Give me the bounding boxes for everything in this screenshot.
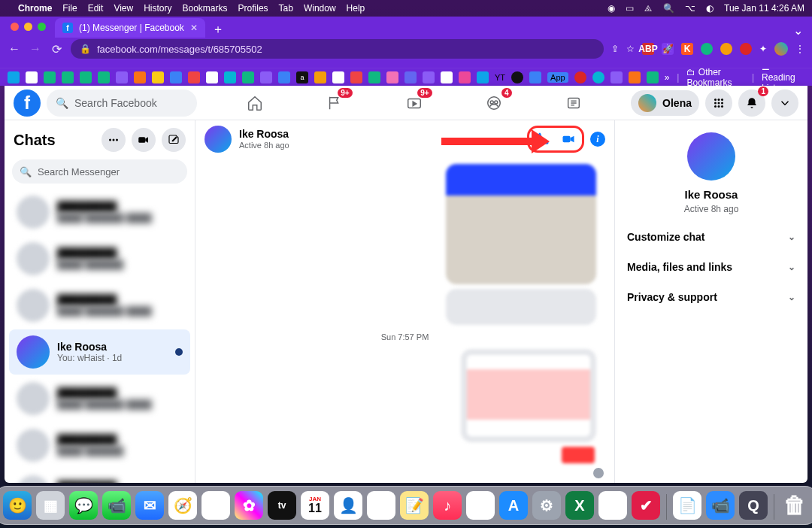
- reload-button[interactable]: ⟳: [50, 42, 63, 56]
- bookmark-icon[interactable]: [80, 71, 92, 83]
- menu-profiles[interactable]: Profiles: [238, 3, 268, 14]
- extension-red-icon[interactable]: [740, 43, 752, 55]
- new-video-room-button[interactable]: [132, 128, 156, 152]
- bookmark-icon[interactable]: [592, 71, 604, 83]
- tab-overflow-icon[interactable]: ⌄: [793, 23, 806, 38]
- thread-item-active[interactable]: Ike RoosaYou: wHaist · 1d: [9, 329, 190, 375]
- dock-mail-icon[interactable]: ✉: [135, 491, 164, 520]
- browser-tab[interactable]: f (1) Messenger | Facebook ✕: [55, 18, 205, 38]
- extension-orange-icon[interactable]: [720, 43, 732, 55]
- nav-groups[interactable]: 4: [480, 90, 508, 117]
- extension-green-icon[interactable]: [701, 43, 713, 55]
- bookmark-icon[interactable]: [423, 71, 435, 83]
- new-message-button[interactable]: [162, 128, 186, 152]
- nav-watch[interactable]: 9+: [401, 90, 428, 117]
- thread-item[interactable]: ████████████ ██████: [9, 236, 190, 281]
- share-icon[interactable]: ⇪: [611, 44, 619, 54]
- bookmark-yt[interactable]: YT: [495, 73, 505, 82]
- dock-app-icon[interactable]: 📄: [673, 491, 701, 520]
- dock-zoom-icon[interactable]: 📹: [706, 491, 735, 520]
- chats-options-button[interactable]: [102, 128, 126, 152]
- thread-item[interactable]: ████████████ ██████ ████: [9, 376, 190, 421]
- menu-view[interactable]: View: [114, 3, 133, 14]
- bookmark-icon[interactable]: [314, 71, 326, 83]
- bookmark-app[interactable]: App: [547, 72, 568, 83]
- bookmark-icon[interactable]: [134, 71, 146, 83]
- profile-avatar-icon[interactable]: [774, 42, 788, 56]
- dock-photos-icon[interactable]: ✿: [235, 491, 263, 520]
- dock-todoist-icon[interactable]: ✔: [632, 491, 660, 520]
- dock-appstore-icon[interactable]: A: [499, 491, 528, 520]
- conversation-avatar-icon[interactable]: [205, 126, 232, 153]
- message-list[interactable]: Sun 7:57 PM: [195, 158, 614, 483]
- bookmark-icon[interactable]: [98, 71, 110, 83]
- dock-excel-icon[interactable]: X: [565, 491, 594, 520]
- dock-facetime-icon[interactable]: 📹: [102, 491, 131, 520]
- details-media-files-links[interactable]: Media, files and links⌄: [624, 253, 798, 281]
- spotlight-icon[interactable]: 🔍: [663, 3, 674, 14]
- details-customize-chat[interactable]: Customize chat⌄: [624, 223, 798, 250]
- extension-abp-icon[interactable]: ABP: [642, 43, 654, 55]
- bookmark-icon[interactable]: [260, 71, 272, 83]
- wifi-icon[interactable]: ⧌: [644, 3, 653, 14]
- thread-item[interactable]: ████████████ ██████ ████: [9, 469, 190, 483]
- details-name[interactable]: Ike Roosa: [685, 188, 738, 201]
- conversation-title[interactable]: Ike Roosa: [239, 129, 289, 140]
- tab-close-icon[interactable]: ✕: [190, 23, 198, 33]
- bookmark-icon[interactable]: [170, 71, 182, 83]
- messenger-search[interactable]: 🔍 Search Messenger: [12, 159, 187, 184]
- menu-history[interactable]: History: [144, 3, 171, 14]
- bookmark-icon[interactable]: [206, 71, 218, 83]
- menu-bookmarks[interactable]: Bookmarks: [183, 3, 228, 14]
- bookmark-icon[interactable]: [441, 71, 453, 83]
- other-bookmarks-folder[interactable]: 🗀 Other Bookmarks: [686, 68, 744, 86]
- bookmarks-overflow-icon[interactable]: »: [665, 72, 670, 83]
- bookmark-icon[interactable]: [477, 71, 489, 83]
- forward-button[interactable]: →: [29, 42, 42, 56]
- bookmark-icon[interactable]: [152, 71, 164, 83]
- bookmark-icon[interactable]: [188, 71, 200, 83]
- dock-contacts-icon[interactable]: 👤: [334, 491, 362, 520]
- dock-trash-icon[interactable]: 🗑: [780, 491, 809, 520]
- notifications-button[interactable]: 1: [738, 90, 765, 117]
- bookmark-icon[interactable]: [459, 71, 471, 83]
- bookmark-icon[interactable]: [511, 71, 523, 83]
- bookmark-icon[interactable]: [332, 71, 344, 83]
- bookmark-icon[interactable]: [404, 71, 417, 83]
- record-icon[interactable]: ◉: [607, 3, 615, 14]
- conversation-info-button[interactable]: i: [590, 132, 605, 147]
- menu-tab[interactable]: Tab: [279, 3, 293, 14]
- siri-icon[interactable]: ◐: [706, 3, 714, 14]
- facebook-logo-icon[interactable]: f: [14, 90, 41, 117]
- dock-music-icon[interactable]: ♪: [433, 491, 462, 520]
- bookmark-icon[interactable]: [529, 71, 541, 83]
- bookmark-icon[interactable]: [647, 71, 659, 83]
- dock-calendar-icon[interactable]: JAN11: [301, 491, 329, 520]
- thread-item[interactable]: ████████████ ██████ ████: [9, 283, 190, 328]
- nav-pages[interactable]: 9+: [321, 90, 348, 117]
- dock-reminders-icon[interactable]: ☰: [367, 491, 395, 520]
- bookmark-icon[interactable]: [62, 71, 74, 83]
- bookmark-icon[interactable]: [368, 71, 380, 83]
- message-image[interactable]: [446, 289, 596, 325]
- details-avatar-icon[interactable]: [687, 132, 735, 181]
- control-center-icon[interactable]: ⌥: [685, 3, 695, 14]
- dock-finder-icon[interactable]: 🙂: [3, 491, 32, 520]
- message-image[interactable]: [461, 349, 596, 442]
- bookmark-icon[interactable]: [611, 71, 623, 83]
- extensions-icon[interactable]: ✦: [759, 44, 767, 54]
- menu-window[interactable]: Window: [304, 3, 336, 14]
- profile-chip[interactable]: Olena: [631, 90, 699, 116]
- reading-list-button[interactable]: ☰ Reading List: [762, 68, 804, 86]
- battery-icon[interactable]: ▭: [626, 3, 634, 14]
- bookmark-icon[interactable]: [8, 71, 20, 83]
- bookmark-icon[interactable]: a: [296, 71, 308, 83]
- bookmark-icon[interactable]: [44, 71, 56, 83]
- message-image[interactable]: [562, 447, 595, 463]
- menubar-clock[interactable]: Tue Jan 11 4:26 AM: [724, 3, 804, 14]
- facebook-search[interactable]: 🔍 Search Facebook: [47, 90, 197, 117]
- back-button[interactable]: ←: [8, 42, 21, 56]
- account-menu-button[interactable]: [771, 90, 798, 117]
- menu-grid-button[interactable]: [705, 90, 732, 117]
- dock-slack-icon[interactable]: ⁕: [466, 491, 495, 520]
